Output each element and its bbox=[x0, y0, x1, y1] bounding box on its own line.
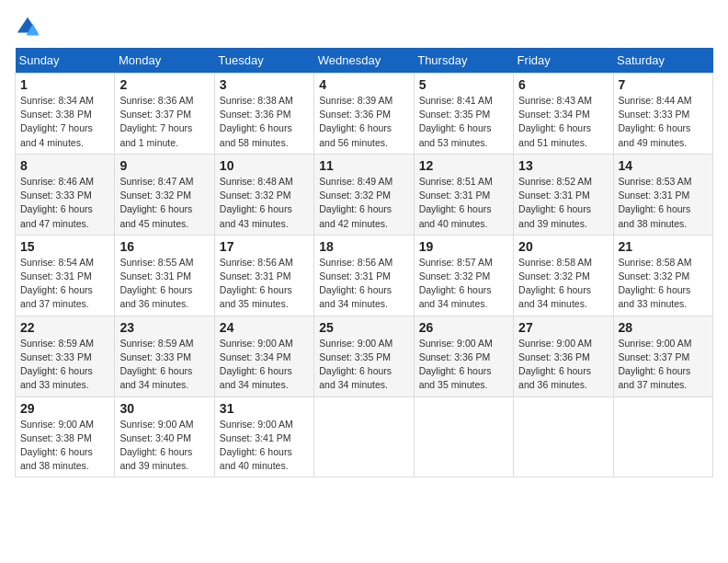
calendar-cell: 18Sunrise: 8:56 AMSunset: 3:31 PMDayligh… bbox=[314, 235, 414, 316]
day-number: 19 bbox=[419, 239, 508, 254]
header-wednesday: Wednesday bbox=[314, 48, 414, 74]
week-row-2: 8Sunrise: 8:46 AMSunset: 3:33 PMDaylight… bbox=[16, 154, 713, 235]
calendar-cell bbox=[613, 396, 712, 477]
calendar-cell: 5Sunrise: 8:41 AMSunset: 3:35 PMDaylight… bbox=[414, 74, 513, 155]
calendar-cell: 2Sunrise: 8:36 AMSunset: 3:37 PMDaylight… bbox=[115, 74, 214, 155]
day-number: 11 bbox=[319, 158, 408, 173]
calendar-cell bbox=[314, 396, 414, 477]
calendar-cell: 27Sunrise: 9:00 AMSunset: 3:36 PMDayligh… bbox=[514, 316, 613, 396]
header-monday: Monday bbox=[115, 48, 214, 74]
day-number: 24 bbox=[220, 320, 309, 335]
cell-content: Sunrise: 8:56 AMSunset: 3:31 PMDaylight:… bbox=[220, 256, 309, 312]
day-number: 26 bbox=[419, 320, 508, 335]
week-row-5: 29Sunrise: 9:00 AMSunset: 3:38 PMDayligh… bbox=[16, 396, 713, 477]
calendar-cell: 23Sunrise: 8:59 AMSunset: 3:33 PMDayligh… bbox=[115, 316, 214, 396]
day-number: 6 bbox=[518, 77, 608, 92]
day-number: 25 bbox=[319, 320, 408, 335]
day-number: 18 bbox=[319, 239, 408, 254]
day-number: 22 bbox=[20, 320, 109, 335]
day-number: 29 bbox=[20, 401, 109, 416]
cell-content: Sunrise: 8:58 AMSunset: 3:32 PMDaylight:… bbox=[518, 256, 608, 312]
cell-content: Sunrise: 9:00 AMSunset: 3:35 PMDaylight:… bbox=[319, 337, 408, 393]
cell-content: Sunrise: 8:34 AMSunset: 3:38 PMDaylight:… bbox=[20, 94, 109, 150]
day-number: 3 bbox=[220, 77, 309, 92]
calendar-cell: 10Sunrise: 8:48 AMSunset: 3:32 PMDayligh… bbox=[214, 154, 313, 235]
calendar-cell: 16Sunrise: 8:55 AMSunset: 3:31 PMDayligh… bbox=[115, 235, 214, 316]
calendar-cell: 25Sunrise: 9:00 AMSunset: 3:35 PMDayligh… bbox=[314, 316, 414, 396]
calendar-cell: 15Sunrise: 8:54 AMSunset: 3:31 PMDayligh… bbox=[16, 235, 115, 316]
calendar-cell: 28Sunrise: 9:00 AMSunset: 3:37 PMDayligh… bbox=[613, 316, 712, 396]
day-number: 17 bbox=[220, 239, 309, 254]
cell-content: Sunrise: 8:36 AMSunset: 3:37 PMDaylight:… bbox=[119, 94, 209, 150]
cell-content: Sunrise: 8:55 AMSunset: 3:31 PMDaylight:… bbox=[119, 256, 209, 312]
cell-content: Sunrise: 8:59 AMSunset: 3:33 PMDaylight:… bbox=[119, 337, 209, 393]
cell-content: Sunrise: 8:54 AMSunset: 3:31 PMDaylight:… bbox=[20, 256, 109, 312]
calendar-cell: 17Sunrise: 8:56 AMSunset: 3:31 PMDayligh… bbox=[214, 235, 313, 316]
cell-content: Sunrise: 8:51 AMSunset: 3:31 PMDaylight:… bbox=[419, 175, 508, 231]
calendar-cell: 14Sunrise: 8:53 AMSunset: 3:31 PMDayligh… bbox=[613, 154, 712, 235]
cell-content: Sunrise: 9:00 AMSunset: 3:37 PMDaylight:… bbox=[619, 337, 708, 393]
calendar-cell: 22Sunrise: 8:59 AMSunset: 3:33 PMDayligh… bbox=[16, 316, 115, 396]
cell-content: Sunrise: 8:53 AMSunset: 3:31 PMDaylight:… bbox=[619, 175, 708, 231]
calendar-cell: 20Sunrise: 8:58 AMSunset: 3:32 PMDayligh… bbox=[514, 235, 613, 316]
day-number: 21 bbox=[619, 239, 708, 254]
calendar-cell: 21Sunrise: 8:58 AMSunset: 3:32 PMDayligh… bbox=[613, 235, 712, 316]
calendar-cell: 19Sunrise: 8:57 AMSunset: 3:32 PMDayligh… bbox=[414, 235, 513, 316]
cell-content: Sunrise: 8:41 AMSunset: 3:35 PMDaylight:… bbox=[419, 94, 508, 150]
day-number: 4 bbox=[319, 77, 408, 92]
day-number: 7 bbox=[619, 77, 708, 92]
calendar-cell: 13Sunrise: 8:52 AMSunset: 3:31 PMDayligh… bbox=[514, 154, 613, 235]
header-saturday: Saturday bbox=[613, 48, 712, 74]
day-number: 1 bbox=[20, 77, 109, 92]
week-row-4: 22Sunrise: 8:59 AMSunset: 3:33 PMDayligh… bbox=[16, 316, 713, 396]
day-number: 10 bbox=[220, 158, 309, 173]
logo bbox=[15, 15, 44, 40]
cell-content: Sunrise: 9:00 AMSunset: 3:36 PMDaylight:… bbox=[419, 337, 508, 393]
header-row: SundayMondayTuesdayWednesdayThursdayFrid… bbox=[16, 48, 713, 74]
day-number: 16 bbox=[119, 239, 209, 254]
calendar-cell: 1Sunrise: 8:34 AMSunset: 3:38 PMDaylight… bbox=[16, 74, 115, 155]
cell-content: Sunrise: 9:00 AMSunset: 3:34 PMDaylight:… bbox=[220, 337, 309, 393]
cell-content: Sunrise: 9:00 AMSunset: 3:36 PMDaylight:… bbox=[518, 337, 608, 393]
day-number: 5 bbox=[419, 77, 508, 92]
calendar-cell: 24Sunrise: 9:00 AMSunset: 3:34 PMDayligh… bbox=[214, 316, 313, 396]
calendar-cell: 3Sunrise: 8:38 AMSunset: 3:36 PMDaylight… bbox=[214, 74, 313, 155]
week-row-1: 1Sunrise: 8:34 AMSunset: 3:38 PMDaylight… bbox=[16, 74, 713, 155]
cell-content: Sunrise: 8:57 AMSunset: 3:32 PMDaylight:… bbox=[419, 256, 508, 312]
calendar-table: SundayMondayTuesdayWednesdayThursdayFrid… bbox=[15, 48, 713, 477]
day-number: 9 bbox=[119, 158, 209, 173]
calendar-cell: 11Sunrise: 8:49 AMSunset: 3:32 PMDayligh… bbox=[314, 154, 414, 235]
cell-content: Sunrise: 8:56 AMSunset: 3:31 PMDaylight:… bbox=[319, 256, 408, 312]
calendar-cell: 31Sunrise: 9:00 AMSunset: 3:41 PMDayligh… bbox=[214, 396, 313, 477]
day-number: 13 bbox=[518, 158, 608, 173]
header-sunday: Sunday bbox=[16, 48, 115, 74]
day-number: 27 bbox=[518, 320, 608, 335]
day-number: 8 bbox=[20, 158, 109, 173]
cell-content: Sunrise: 8:59 AMSunset: 3:33 PMDaylight:… bbox=[20, 337, 109, 393]
header-tuesday: Tuesday bbox=[214, 48, 313, 74]
cell-content: Sunrise: 8:49 AMSunset: 3:32 PMDaylight:… bbox=[319, 175, 408, 231]
page-header bbox=[15, 15, 713, 40]
cell-content: Sunrise: 9:00 AMSunset: 3:41 PMDaylight:… bbox=[220, 418, 309, 474]
cell-content: Sunrise: 8:47 AMSunset: 3:32 PMDaylight:… bbox=[119, 175, 209, 231]
day-number: 28 bbox=[619, 320, 708, 335]
cell-content: Sunrise: 8:58 AMSunset: 3:32 PMDaylight:… bbox=[619, 256, 708, 312]
header-thursday: Thursday bbox=[414, 48, 513, 74]
calendar-cell: 30Sunrise: 9:00 AMSunset: 3:40 PMDayligh… bbox=[115, 396, 214, 477]
cell-content: Sunrise: 8:44 AMSunset: 3:33 PMDaylight:… bbox=[619, 94, 708, 150]
logo-icon bbox=[15, 15, 40, 40]
calendar-cell: 8Sunrise: 8:46 AMSunset: 3:33 PMDaylight… bbox=[16, 154, 115, 235]
header-friday: Friday bbox=[514, 48, 613, 74]
cell-content: Sunrise: 8:43 AMSunset: 3:34 PMDaylight:… bbox=[518, 94, 608, 150]
calendar-cell bbox=[414, 396, 513, 477]
day-number: 20 bbox=[518, 239, 608, 254]
calendar-cell: 4Sunrise: 8:39 AMSunset: 3:36 PMDaylight… bbox=[314, 74, 414, 155]
week-row-3: 15Sunrise: 8:54 AMSunset: 3:31 PMDayligh… bbox=[16, 235, 713, 316]
calendar-cell: 9Sunrise: 8:47 AMSunset: 3:32 PMDaylight… bbox=[115, 154, 214, 235]
day-number: 12 bbox=[419, 158, 508, 173]
calendar-cell: 12Sunrise: 8:51 AMSunset: 3:31 PMDayligh… bbox=[414, 154, 513, 235]
day-number: 14 bbox=[619, 158, 708, 173]
calendar-cell: 6Sunrise: 8:43 AMSunset: 3:34 PMDaylight… bbox=[514, 74, 613, 155]
day-number: 30 bbox=[119, 401, 209, 416]
cell-content: Sunrise: 8:46 AMSunset: 3:33 PMDaylight:… bbox=[20, 175, 109, 231]
